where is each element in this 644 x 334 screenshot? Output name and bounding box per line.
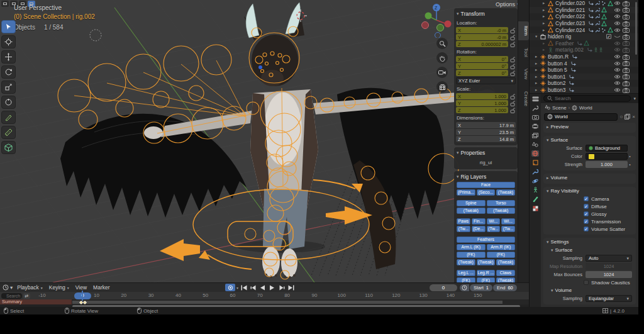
start-frame-field[interactable]: Start1 bbox=[470, 284, 492, 291]
eye-icon[interactable] bbox=[614, 28, 621, 33]
location-field[interactable]: X-0 m bbox=[456, 27, 508, 33]
lock-icon[interactable] bbox=[509, 57, 516, 62]
camera-render-icon[interactable] bbox=[623, 14, 630, 19]
gizmo-y-neg[interactable] bbox=[437, 25, 444, 31]
navigation-gizmo[interactable]: Z bbox=[420, 3, 453, 38]
ray-visibility-header[interactable]: ▾Ray Visibility bbox=[543, 187, 636, 195]
eye-icon[interactable] bbox=[614, 47, 621, 52]
camera-view-icon[interactable] bbox=[436, 67, 448, 78]
rig-layer-button[interactable]: (Tweak) bbox=[457, 259, 475, 265]
volume-panel-header[interactable]: ▸Volume bbox=[543, 174, 636, 182]
rig-layer-button[interactable]: (Tweak) bbox=[496, 189, 515, 196]
eye-closed-icon[interactable] bbox=[614, 34, 621, 39]
transform-panel-header[interactable]: ▾Transform bbox=[456, 9, 516, 18]
color-swatch[interactable] bbox=[589, 154, 594, 159]
next-keyframe-button[interactable] bbox=[277, 284, 286, 291]
channel-filter-icon[interactable]: ⇄ bbox=[23, 293, 30, 299]
output-icon[interactable] bbox=[531, 123, 539, 130]
eye-icon[interactable] bbox=[614, 41, 621, 46]
checkbox-checked[interactable]: ✓ bbox=[584, 211, 589, 216]
camera-render-icon[interactable] bbox=[623, 1, 630, 6]
cursor-tool[interactable] bbox=[1, 35, 16, 48]
strength-slider[interactable]: 1.000 bbox=[586, 161, 628, 168]
expand-icon[interactable]: ▸ bbox=[543, 8, 548, 13]
lock-icon[interactable] bbox=[509, 28, 516, 33]
outliner-row[interactable]: ▸ button1 bbox=[530, 74, 638, 81]
outliner-row[interactable]: ▸ Feather bbox=[530, 40, 638, 47]
camera-render-icon[interactable] bbox=[623, 87, 630, 93]
outliner-row[interactable]: ▸ Cylinder.024 bbox=[530, 26, 638, 33]
editor-type-icon[interactable] bbox=[531, 96, 539, 102]
gizmo-y-axis[interactable] bbox=[425, 13, 432, 19]
lock-icon[interactable] bbox=[509, 42, 516, 47]
eye-icon[interactable] bbox=[614, 87, 621, 92]
options-dropdown[interactable]: Options▾ bbox=[496, 1, 519, 8]
rig-layer-button[interactable]: (Tweak) bbox=[496, 259, 515, 265]
outliner-item-name[interactable]: Cylinder.022 bbox=[555, 13, 585, 19]
filter-dropdown-icon[interactable]: ▾ bbox=[633, 96, 636, 101]
camera-render-icon[interactable] bbox=[623, 81, 630, 86]
lock-icon[interactable] bbox=[509, 35, 516, 40]
expand-icon[interactable]: ▸ bbox=[535, 81, 540, 86]
expand-icon[interactable]: ▸ bbox=[535, 54, 540, 59]
rig-layer-button[interactable]: (Tw... bbox=[457, 226, 470, 232]
lock-icon[interactable] bbox=[509, 94, 516, 99]
menu-playback[interactable]: Playback▾ bbox=[14, 284, 46, 291]
rig-layer-button[interactable]: Leg.R ... bbox=[477, 270, 496, 276]
expand-icon[interactable]: ▸ bbox=[535, 67, 540, 72]
rig-layer-button[interactable]: Claws bbox=[496, 270, 515, 276]
fake-user-icon[interactable]: ○ bbox=[619, 114, 623, 120]
rig-layer-button[interactable]: (Tweak) bbox=[477, 259, 496, 265]
rig-layer-button[interactable]: (Tw... bbox=[501, 226, 515, 232]
scale-field[interactable]: X1.000 bbox=[456, 93, 508, 99]
summary-channel[interactable]: Summary bbox=[0, 299, 72, 304]
camera-render-icon[interactable] bbox=[623, 34, 630, 40]
zoom-icon[interactable] bbox=[436, 38, 448, 49]
outliner-row[interactable]: ▸ button 5 bbox=[530, 67, 638, 74]
rig-layers-panel-header[interactable]: ▾Rig Layers bbox=[456, 172, 516, 181]
move-tool[interactable] bbox=[1, 50, 16, 64]
dimension-field[interactable]: X17.9 m bbox=[456, 122, 516, 128]
rig-layer-button[interactable]: Arm.L (IK) bbox=[457, 244, 486, 250]
outliner-row[interactable]: ▾ hidden rig bbox=[530, 33, 638, 40]
outliner-row[interactable]: ▸ Cylinder.020 bbox=[530, 0, 638, 7]
object-data-icon[interactable] bbox=[531, 187, 539, 193]
outliner-scrollbar[interactable] bbox=[635, 2, 637, 55]
select-box-tool[interactable] bbox=[1, 20, 16, 33]
auto-key-button[interactable] bbox=[225, 284, 235, 291]
expand-icon[interactable]: ▸ bbox=[543, 14, 548, 19]
expand-icon[interactable]: ▾ bbox=[535, 34, 540, 39]
gizmo-x-axis[interactable] bbox=[445, 21, 452, 28]
expand-icon[interactable]: ▸ bbox=[535, 74, 540, 79]
tab-tool[interactable]: Tool bbox=[518, 43, 529, 62]
outliner-row[interactable]: ▸ metarig.002 bbox=[530, 47, 638, 53]
rig-layer-button[interactable]: Wi... bbox=[487, 218, 501, 225]
outliner-row[interactable]: ▸ button 4 bbox=[530, 60, 638, 67]
scale-field[interactable]: Y1.000 bbox=[456, 100, 508, 106]
rotation-field[interactable]: X0° bbox=[456, 56, 508, 62]
checkbox-checked[interactable]: ✓ bbox=[584, 204, 589, 209]
checkbox-checked[interactable]: ✓ bbox=[584, 226, 589, 231]
eye-icon[interactable] bbox=[614, 1, 621, 6]
scale-field[interactable]: Z1.000 bbox=[456, 107, 508, 113]
outliner-row[interactable]: ▸ Cylinder.023 bbox=[530, 20, 638, 27]
add-primitive-tool[interactable] bbox=[1, 141, 16, 154]
rig-layer-button[interactable]: Feathers bbox=[457, 237, 515, 243]
expand-icon[interactable]: ▸ bbox=[543, 1, 548, 6]
pan-icon[interactable] bbox=[436, 52, 448, 64]
new-datablock-icon[interactable] bbox=[625, 114, 630, 120]
rig-layer-button[interactable]: Spine bbox=[457, 200, 486, 206]
modifiers-icon[interactable] bbox=[531, 169, 539, 175]
bone-icon[interactable] bbox=[531, 196, 539, 203]
rig-layer-button[interactable]: Face bbox=[457, 182, 515, 188]
expand-icon[interactable]: ▸ bbox=[543, 21, 548, 26]
expand-icon[interactable]: ▸ bbox=[543, 41, 548, 46]
camera-render-icon[interactable] bbox=[623, 54, 630, 60]
outliner-item-name[interactable]: button 5 bbox=[548, 67, 567, 73]
prev-keyframe-button[interactable] bbox=[249, 284, 257, 291]
gizmo-x-neg[interactable] bbox=[422, 22, 429, 29]
outliner-row[interactable]: ▸ Button.R bbox=[530, 53, 638, 60]
checkbox-unchecked[interactable] bbox=[584, 280, 589, 285]
outliner-row[interactable]: ▸ button2 bbox=[530, 80, 638, 87]
camera-render-icon[interactable] bbox=[623, 74, 630, 79]
